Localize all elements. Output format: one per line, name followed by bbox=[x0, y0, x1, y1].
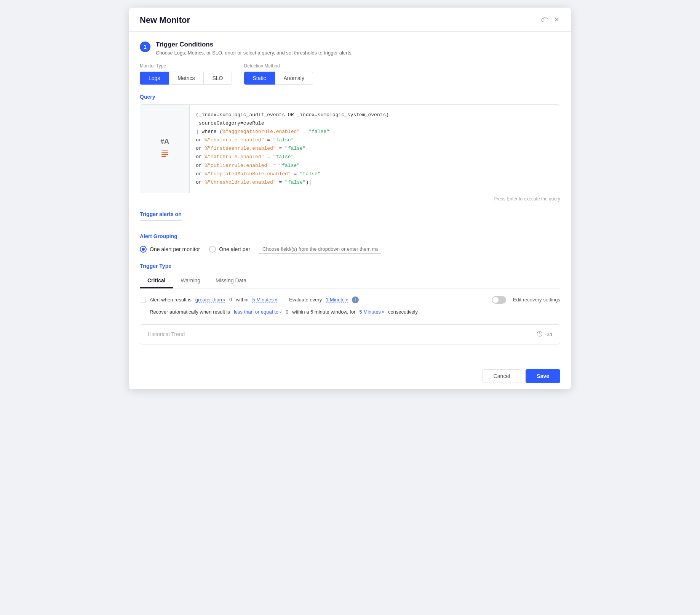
pipe-divider: | bbox=[283, 297, 284, 303]
radio-label-per: One alert per bbox=[219, 246, 250, 252]
type-detection-row: Monitor Type Logs Metrics SLO Detection … bbox=[140, 63, 560, 85]
recovery-value[interactable]: 0 bbox=[286, 309, 288, 315]
recovery-time-chevron: ∨ bbox=[382, 310, 384, 314]
step1-subtitle: Choose Logs, Metrics, or SLO, enter or s… bbox=[156, 50, 353, 56]
step1-title: Trigger Conditions bbox=[156, 41, 353, 48]
recovery-within-prefix: within a 5 minute window, for bbox=[292, 309, 355, 315]
cloud-icon[interactable] bbox=[541, 16, 549, 25]
query-list-icon[interactable] bbox=[160, 149, 169, 160]
recovery-condition-select[interactable]: less than or equal to ∨ bbox=[234, 309, 282, 315]
historical-time: -3d bbox=[537, 331, 552, 338]
radio-one-per-monitor[interactable]: One alert per monitor bbox=[140, 246, 200, 253]
detection-method-label: Detection Method bbox=[244, 63, 313, 69]
trigger-type-label: Trigger Type bbox=[140, 263, 560, 269]
evaluate-chevron: ∨ bbox=[345, 298, 348, 302]
recovery-time-select[interactable]: 5 Minutes ∨ bbox=[360, 309, 384, 315]
query-sidebar: #A bbox=[140, 105, 190, 193]
within-label: within bbox=[236, 297, 248, 303]
query-label: Query bbox=[140, 94, 560, 100]
time-window-chevron: ∨ bbox=[275, 298, 277, 302]
radio-circle-per bbox=[209, 246, 216, 253]
btn-logs[interactable]: Logs bbox=[140, 72, 169, 85]
header-icons bbox=[541, 16, 560, 25]
svg-rect-4 bbox=[161, 154, 168, 155]
close-icon[interactable] bbox=[553, 16, 560, 25]
time-window-label: 5 Minutes bbox=[252, 297, 273, 303]
edit-recovery-label: Edit recovery settings bbox=[513, 297, 560, 303]
historical-label: Historical Trend bbox=[148, 331, 185, 337]
trigger-alerts-label: Trigger alerts on bbox=[140, 211, 182, 221]
clock-icon bbox=[537, 331, 543, 338]
info-icon[interactable]: i bbox=[352, 296, 359, 303]
modal-title: New Monitor bbox=[140, 15, 190, 25]
modal-header: New Monitor bbox=[129, 8, 571, 32]
svg-rect-3 bbox=[161, 152, 168, 153]
monitor-type-group: Monitor Type Logs Metrics SLO bbox=[140, 63, 232, 85]
step1-header: 1 Trigger Conditions Choose Logs, Metric… bbox=[140, 41, 560, 56]
svg-rect-2 bbox=[161, 151, 168, 151]
recovery-row: Recover automatically when result is les… bbox=[140, 309, 560, 315]
evaluate-select[interactable]: 1 Minute ∨ bbox=[326, 297, 348, 303]
query-editor[interactable]: (_index=sumologic_audit_events OR _index… bbox=[190, 105, 560, 193]
radio-group: One alert per monitor One alert per bbox=[140, 245, 560, 254]
historical-header: Historical Trend -3d bbox=[148, 331, 552, 338]
alert-prefix: Alert when result is bbox=[150, 297, 192, 303]
condition-select[interactable]: greater than ∨ bbox=[195, 297, 225, 303]
detection-method-buttons: Static Anomaly bbox=[244, 72, 313, 85]
trigger-config: Alert when result is greater than ∨ 0 wi… bbox=[140, 296, 560, 315]
evaluate-label: Evaluate every bbox=[289, 297, 322, 303]
step-badge: 1 bbox=[140, 42, 150, 52]
historical-time-label[interactable]: -3d bbox=[545, 332, 552, 337]
evaluate-time-label: 1 Minute bbox=[326, 297, 345, 303]
recovery-condition-chevron: ∨ bbox=[279, 310, 282, 314]
btn-metrics[interactable]: Metrics bbox=[169, 72, 203, 85]
tab-critical[interactable]: Critical bbox=[140, 274, 173, 288]
query-section: Query #A (_index=sumologic_audit_events … bbox=[140, 94, 560, 202]
alert-grouping-section: Alert Grouping One alert per monitor One… bbox=[140, 233, 560, 254]
query-box: #A (_index=sumologic_audit_events OR _in… bbox=[140, 104, 560, 193]
recovery-prefix: Recover automatically when result is bbox=[150, 309, 230, 315]
trigger-tabs: Critical Warning Missing Data bbox=[140, 274, 560, 288]
alert-config-row: Alert when result is greater than ∨ 0 wi… bbox=[140, 296, 560, 304]
trigger-alerts-section: Trigger alerts on bbox=[140, 211, 560, 224]
step1-text: Trigger Conditions Choose Logs, Metrics,… bbox=[156, 41, 353, 56]
condition-label: greater than bbox=[195, 297, 222, 303]
query-alias: #A bbox=[160, 138, 169, 146]
radio-label-monitor: One alert per monitor bbox=[150, 246, 200, 252]
save-button[interactable]: Save bbox=[526, 369, 560, 383]
toggle-knob bbox=[492, 297, 499, 303]
recovery-time-label: 5 Minutes bbox=[360, 309, 381, 315]
tab-warning[interactable]: Warning bbox=[173, 274, 208, 288]
modal-footer: Cancel Save bbox=[129, 363, 571, 389]
modal-body: 1 Trigger Conditions Choose Logs, Metric… bbox=[129, 32, 571, 363]
monitor-type-buttons: Logs Metrics SLO bbox=[140, 72, 232, 85]
svg-rect-5 bbox=[161, 156, 166, 157]
time-window-select[interactable]: 5 Minutes ∨ bbox=[252, 297, 277, 303]
radio-one-per[interactable]: One alert per bbox=[209, 246, 250, 253]
btn-static[interactable]: Static bbox=[244, 72, 275, 85]
trigger-type-section: Trigger Type Critical Warning Missing Da… bbox=[140, 263, 560, 315]
alert-per-field-input[interactable] bbox=[259, 245, 381, 254]
historical-section: Historical Trend -3d bbox=[140, 324, 560, 344]
monitor-type-label: Monitor Type bbox=[140, 63, 232, 69]
cancel-button[interactable]: Cancel bbox=[483, 369, 521, 383]
condition-value[interactable]: 0 bbox=[229, 297, 232, 303]
tab-missing-data[interactable]: Missing Data bbox=[208, 274, 254, 288]
new-monitor-modal: New Monitor 1 Trigger Conditions Choose … bbox=[129, 8, 571, 389]
btn-anomaly[interactable]: Anomaly bbox=[275, 72, 313, 85]
radio-circle-monitor bbox=[140, 246, 147, 253]
recovery-condition-label: less than or equal to bbox=[234, 309, 278, 315]
alert-checkbox[interactable] bbox=[140, 297, 146, 303]
detection-method-group: Detection Method Static Anomaly bbox=[244, 63, 313, 85]
recovery-suffix: consecutively bbox=[388, 309, 418, 315]
recovery-toggle[interactable] bbox=[492, 296, 506, 304]
query-hint: Press Enter to execute the query bbox=[140, 196, 560, 202]
condition-chevron: ∨ bbox=[223, 298, 225, 302]
alert-grouping-label: Alert Grouping bbox=[140, 233, 560, 239]
btn-slo[interactable]: SLO bbox=[203, 72, 232, 85]
